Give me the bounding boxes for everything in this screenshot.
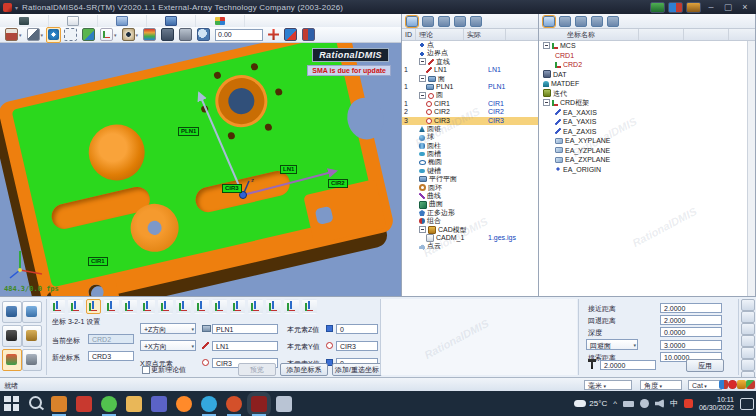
direction-select[interactable]: +Z方向▾ — [140, 323, 196, 334]
explorer-icon[interactable] — [126, 396, 142, 412]
feature-row[interactable]: 点云 — [402, 242, 538, 250]
coordinate-row[interactable]: DAT — [539, 70, 755, 80]
tree-collapse-icon[interactable] — [419, 226, 426, 233]
feature-row[interactable]: 圆 — [402, 91, 538, 99]
statusbar-warning-icon[interactable] — [737, 380, 746, 389]
feature-input[interactable]: PLN1 — [212, 324, 278, 334]
ribbon-tab-4[interactable] — [147, 15, 196, 27]
app-orange-icon[interactable] — [226, 396, 242, 412]
probe-param-input[interactable]: 3.0000 — [660, 340, 722, 350]
alignment-method-icon[interactable] — [86, 299, 101, 314]
tim-icon[interactable] — [684, 399, 693, 408]
coord-add-icon[interactable] — [559, 16, 571, 27]
feature-row[interactable]: 曲线 — [402, 192, 538, 200]
alignment-method-icon[interactable] — [230, 299, 245, 314]
feature-tag-cir2[interactable]: CIR2 — [328, 179, 348, 188]
coord-grid-icon[interactable] — [575, 16, 587, 27]
coordinate-row[interactable]: EA_XYPLANE — [539, 136, 755, 146]
side-tool-icon[interactable] — [741, 347, 755, 359]
alignment-method-icon[interactable] — [284, 299, 299, 314]
feature-row[interactable]: 平行平面 — [402, 175, 538, 183]
alignment-method-icon[interactable] — [266, 299, 281, 314]
feature-input[interactable]: LN1 — [212, 341, 278, 351]
alignment-method-icon[interactable] — [248, 299, 263, 314]
statusbar-layout-icon[interactable] — [719, 380, 728, 389]
side-tool-icon[interactable] — [741, 359, 755, 371]
maximize-button[interactable]: ▢ — [721, 2, 735, 13]
statusbar-record-icon[interactable] — [728, 380, 737, 389]
feature-row[interactable]: 1CIR1CIR1 — [402, 100, 538, 108]
machine-icon[interactable] — [22, 349, 42, 371]
sphere-icon[interactable] — [422, 16, 434, 27]
compass-button[interactable] — [46, 27, 61, 43]
alignment-method-icon[interactable] — [194, 299, 209, 314]
alignment-method-icon[interactable] — [176, 299, 191, 314]
direction-select[interactable]: +X方向▾ — [140, 340, 196, 351]
element-value-input[interactable]: CIR3 — [336, 341, 378, 351]
new-coord-input[interactable]: CRD3 — [88, 351, 134, 361]
feature-tag-cir3[interactable]: CIR3 — [222, 184, 242, 193]
add-coordinate-button[interactable]: 添加坐标系 — [280, 363, 328, 376]
viewport-3d[interactable]: z PLN1CIR3LN1CIR2CIR1 484.3/0.0 fps Rati… — [0, 43, 402, 296]
notification-center-icon[interactable] — [740, 398, 754, 410]
telegram-icon[interactable] — [201, 396, 217, 412]
feature-row[interactable]: CAD模型 — [402, 226, 538, 234]
element-value-input[interactable]: 0 — [336, 324, 378, 334]
coord-export-icon[interactable] — [607, 16, 619, 27]
ribbon-tab-3[interactable] — [98, 15, 147, 27]
feature-row[interactable]: 面 — [402, 75, 538, 83]
triad-button[interactable]: ▾ — [98, 27, 119, 43]
battery-icon[interactable] — [623, 401, 634, 407]
feature-row[interactable]: 圆锥 — [402, 125, 538, 133]
coordinate-icon[interactable] — [2, 349, 22, 371]
coordinate-row[interactable]: 迭代 — [539, 89, 755, 99]
feature-row[interactable]: 点 — [402, 41, 538, 49]
add-reselect-coordinate-button[interactable]: 添加/重选坐标系 — [332, 363, 382, 376]
coordinate-row[interactable]: EA_ZXPLANE — [539, 155, 755, 165]
part-align-icon[interactable] — [22, 301, 42, 323]
move-button[interactable] — [266, 27, 281, 43]
tree-collapse-icon[interactable] — [419, 75, 426, 82]
eye-button[interactable]: ▾ — [120, 27, 141, 43]
coordinate-mode-select[interactable]: Cat ▾ — [688, 380, 722, 390]
tray-chevron-icon[interactable]: ^ — [613, 399, 617, 408]
search-icon[interactable] — [29, 396, 42, 409]
coordinate-row[interactable]: CRD2 — [539, 60, 755, 70]
scrollbar[interactable] — [747, 41, 755, 297]
alignment-method-icon[interactable] — [122, 299, 137, 314]
rationaldmis-icon[interactable] — [251, 396, 267, 412]
close-button[interactable]: × — [738, 2, 752, 13]
camera-button[interactable] — [159, 27, 176, 43]
marquee-button[interactable] — [62, 27, 79, 43]
alignment-method-icon[interactable] — [50, 299, 65, 314]
ribbon-tab-1[interactable] — [0, 15, 49, 27]
units-select[interactable]: 毫米 ▾ — [584, 380, 632, 390]
side-tool-icon[interactable] — [741, 323, 755, 335]
coordinate-row[interactable]: CRD框架 — [539, 98, 755, 108]
probe-view-button[interactable] — [282, 27, 299, 43]
side-tool-icon[interactable] — [741, 335, 755, 347]
side-tool-icon[interactable] — [741, 299, 755, 311]
titlebar-tool-1-icon[interactable] — [650, 2, 665, 13]
avoid-plane-select[interactable]: 回避面▾ — [586, 339, 638, 350]
tree-collapse-icon[interactable] — [419, 92, 426, 99]
teams-icon[interactable] — [151, 396, 167, 412]
apply-button[interactable]: 应用 — [686, 359, 724, 372]
feature-row[interactable]: 球 — [402, 133, 538, 141]
coordinate-row[interactable]: EA_ORIGIN — [539, 165, 755, 175]
feature-row[interactable]: 1PLN1PLN1 — [402, 83, 538, 91]
features-tab-icon[interactable] — [406, 16, 418, 27]
coordinate-row[interactable]: EA_ZAXIS — [539, 127, 755, 137]
update-banner[interactable]: SMA is due for update — [307, 65, 391, 76]
minimize-button[interactable]: – — [704, 2, 718, 13]
feature-row[interactable]: 组合 — [402, 217, 538, 225]
feature-row[interactable]: 圆柱 — [402, 142, 538, 150]
coord-camera-icon[interactable] — [591, 16, 603, 27]
coords-tab-icon[interactable] — [543, 16, 555, 27]
feature-row[interactable]: 正多边形 — [402, 209, 538, 217]
alignment-method-icon[interactable] — [158, 299, 173, 314]
coordinate-row[interactable]: MCS — [539, 41, 755, 51]
magnifier-button[interactable] — [195, 27, 212, 43]
titlebar-tool-3-icon[interactable] — [686, 2, 701, 13]
probe-rack-icon[interactable] — [22, 325, 42, 347]
